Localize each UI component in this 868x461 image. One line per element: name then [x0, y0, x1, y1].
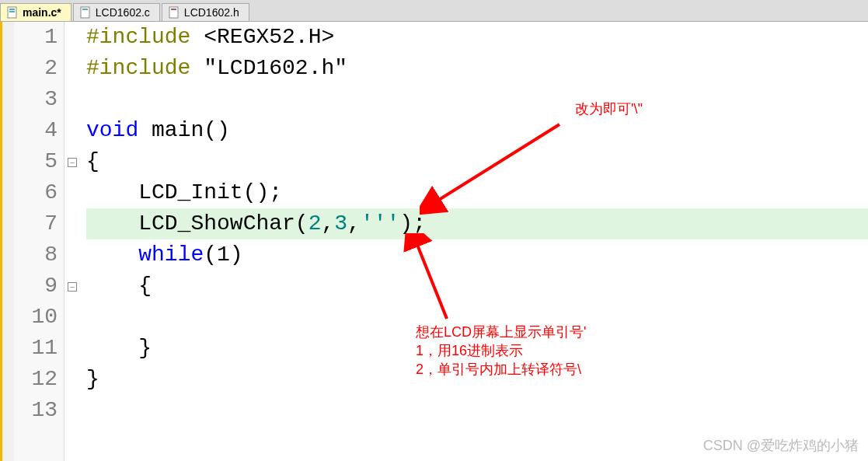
code-line[interactable]: { — [86, 271, 868, 302]
file-icon — [80, 6, 91, 19]
code-line[interactable]: void main() — [86, 115, 868, 146]
code-editor[interactable]: 12345678910111213 − − #include <REGX52.H… — [0, 22, 868, 461]
tab-main-c[interactable]: main.c* — [0, 3, 71, 21]
code-line[interactable]: #include <REGX52.H> — [86, 22, 868, 53]
code-line[interactable] — [86, 395, 868, 426]
code-line[interactable] — [86, 84, 868, 115]
code-line[interactable]: #include "LCD1602.h" — [86, 53, 868, 84]
tab-label: LCD1602.c — [96, 6, 150, 19]
tab-lcd1602-c[interactable]: LCD1602.c — [73, 3, 160, 21]
code-area[interactable]: #include <REGX52.H> #include "LCD1602.h"… — [80, 22, 868, 461]
line-number-gutter: 12345678910111213 — [14, 22, 64, 461]
code-line-active[interactable]: LCD_ShowChar(2,3,'''); — [86, 208, 868, 239]
code-line[interactable]: { — [86, 146, 868, 177]
breakpoint-column[interactable] — [0, 22, 14, 461]
svg-rect-1 — [9, 9, 15, 10]
code-line[interactable] — [86, 302, 868, 333]
code-line[interactable]: } — [86, 364, 868, 395]
tab-label: main.c* — [23, 6, 61, 19]
tab-label: LCD1602.h — [184, 6, 239, 19]
fold-toggle-icon[interactable]: − — [68, 158, 77, 167]
code-line[interactable]: } — [86, 333, 868, 364]
svg-rect-6 — [171, 9, 176, 10]
watermark: CSDN @爱吃炸鸡的小猪 — [703, 436, 859, 455]
file-icon — [7, 6, 18, 19]
code-line[interactable]: while(1) — [86, 239, 868, 271]
code-line[interactable]: LCD_Init(); — [86, 177, 868, 208]
tab-bar: main.c* LCD1602.c LCD1602.h — [0, 0, 868, 22]
svg-rect-2 — [9, 11, 15, 12]
fold-toggle-icon[interactable]: − — [68, 282, 77, 292]
file-icon — [169, 6, 180, 19]
tab-lcd1602-h[interactable]: LCD1602.h — [162, 3, 249, 21]
svg-rect-4 — [82, 9, 88, 10]
fold-column[interactable]: − − — [64, 22, 80, 461]
